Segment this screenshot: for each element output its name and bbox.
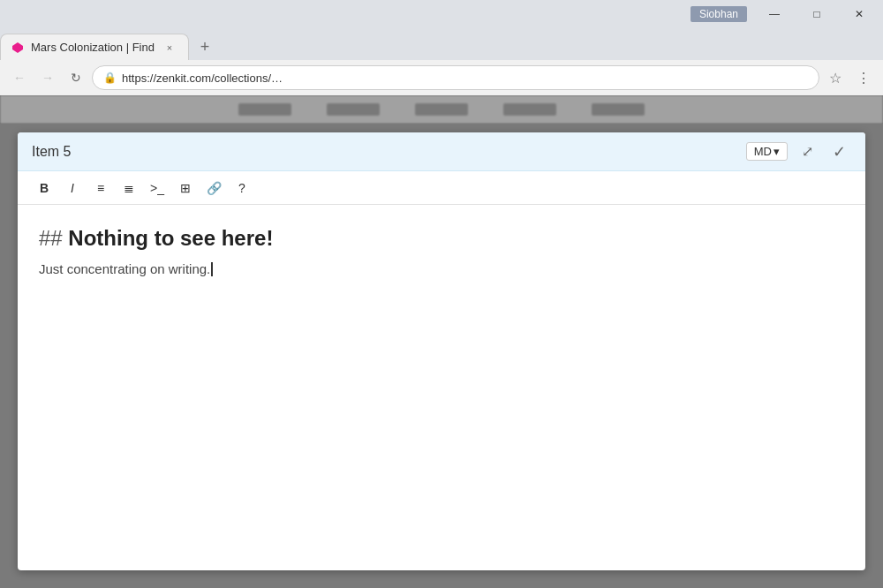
item-title: Item 5	[32, 144, 71, 160]
mode-chevron-icon: ▾	[774, 145, 780, 158]
maximize-button[interactable]: □	[796, 0, 837, 28]
editor-header-controls: MD ▾ ⤢ ✓	[746, 139, 851, 164]
tab-close-button[interactable]: ×	[162, 40, 177, 56]
heading-prefix: ##	[39, 226, 63, 250]
user-badge: Siobhan	[691, 6, 747, 22]
secure-icon: 🔒	[103, 72, 117, 84]
mode-label: MD	[754, 145, 772, 158]
tab-bar: Mars Colonization | Find × +	[0, 28, 883, 60]
tab-favicon	[11, 41, 24, 54]
bold-button[interactable]: B	[32, 176, 57, 200]
editor-header: Item 5 MD ▾ ⤢ ✓	[18, 132, 865, 171]
link-button[interactable]: 🔗	[201, 176, 226, 200]
minimize-button[interactable]: —	[754, 0, 795, 28]
confirm-button[interactable]: ✓	[826, 139, 851, 164]
address-input[interactable]: 🔒 https://zenkit.com/collections/…	[92, 65, 819, 90]
editor-toolbar: B I ≡ ≣ >_ ⊞ 🔗 ?	[18, 171, 865, 205]
editor-content[interactable]: ## Nothing to see here! Just concentrati…	[18, 205, 865, 570]
browser-menu-button[interactable]: ⋮	[851, 65, 876, 90]
bookmark-button[interactable]: ☆	[823, 65, 848, 90]
mode-dropdown[interactable]: MD ▾	[746, 142, 788, 161]
active-tab[interactable]: Mars Colonization | Find ×	[0, 34, 189, 60]
toolbar-blurred-item	[238, 103, 291, 116]
content-heading: ## Nothing to see here!	[39, 226, 844, 251]
back-button[interactable]: ←	[7, 65, 32, 90]
svg-marker-0	[12, 42, 23, 53]
content-body: Just concentrating on writing.	[39, 261, 844, 276]
window-controls: — □ ✕	[754, 0, 879, 28]
toolbar-blurred-item	[327, 103, 380, 116]
toolbar-blurred-item	[415, 103, 468, 116]
content-area: Item 5 MD ▾ ⤢ ✓ B I ≡ ≣ >_ ⊞ 🔗 ? ##	[0, 124, 883, 588]
body-text: Just concentrating on writing.	[39, 261, 210, 276]
editor-panel: Item 5 MD ▾ ⤢ ✓ B I ≡ ≣ >_ ⊞ 🔗 ? ##	[18, 132, 865, 570]
close-window-button[interactable]: ✕	[839, 0, 879, 28]
text-cursor	[211, 262, 213, 276]
title-bar: Siobhan — □ ✕	[0, 0, 883, 28]
tab-title: Mars Colonization | Find	[31, 41, 155, 54]
italic-button[interactable]: I	[60, 176, 85, 200]
expand-button[interactable]: ⤢	[795, 139, 819, 164]
toolbar-blurred-item	[503, 103, 556, 116]
table-button[interactable]: ⊞	[173, 176, 198, 200]
toolbar-blurred-item	[592, 103, 645, 116]
address-bar: ← → ↻ 🔒 https://zenkit.com/collections/……	[0, 60, 883, 95]
refresh-button[interactable]: ↻	[64, 65, 88, 90]
new-tab-button[interactable]: +	[189, 34, 221, 60]
ordered-list-button[interactable]: ≣	[117, 176, 141, 200]
code-button[interactable]: >_	[145, 176, 170, 200]
forward-button[interactable]: →	[35, 65, 60, 90]
bullet-list-button[interactable]: ≡	[88, 176, 113, 200]
help-button[interactable]: ?	[230, 176, 254, 200]
app-toolbar	[0, 95, 883, 124]
address-url: https://zenkit.com/collections/…	[122, 72, 808, 85]
heading-text: Nothing to see here!	[63, 226, 274, 250]
